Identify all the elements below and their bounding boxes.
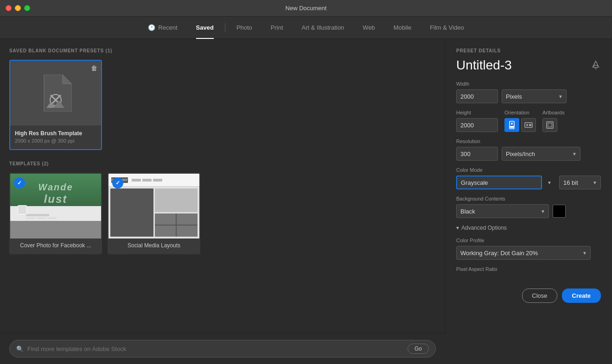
- width-unit-select[interactable]: Pixels Inches Centimeters Millimeters: [502, 89, 567, 103]
- minimize-window-button[interactable]: [15, 5, 21, 11]
- pixel-aspect-label: Pixel Aspect Ratio: [456, 266, 601, 272]
- traffic-lights: [6, 5, 30, 11]
- portrait-icon: [509, 121, 515, 129]
- height-input[interactable]: [456, 118, 498, 132]
- color-mode-select[interactable]: Bitmap Grayscale RGB Color CMYK Color La…: [456, 176, 542, 189]
- sm-block-1: [110, 188, 153, 237]
- svg-rect-9: [510, 126, 514, 128]
- bg-contents-row: White Black Background Color Transparent…: [456, 204, 601, 218]
- tab-recent[interactable]: 🕐 Recent: [139, 17, 186, 39]
- artboards-button[interactable]: [542, 118, 557, 132]
- bg-contents-select[interactable]: White Black Background Color Transparent…: [456, 204, 549, 218]
- bg-contents-label: Background Contents: [456, 196, 601, 201]
- bit-depth-select[interactable]: 8 bit 16 bit 32 bit: [559, 176, 601, 189]
- width-label: Width: [456, 81, 601, 87]
- check-badge-social: ✓: [112, 177, 123, 188]
- tab-film-video[interactable]: Film & Video: [421, 17, 473, 39]
- left-panel: SAVED BLANK DOCUMENT PRESETS (1) 🗑: [0, 39, 445, 364]
- portrait-button[interactable]: [504, 118, 519, 132]
- artboards-group: Artboards: [542, 103, 565, 132]
- width-input[interactable]: [456, 89, 498, 103]
- artboards-label: Artboards: [542, 110, 565, 115]
- svg-rect-5: [594, 65, 598, 68]
- bit-depth-select-wrap: 8 bit 16 bit 32 bit ▼: [559, 176, 601, 189]
- preset-details-label: PRESET DETAILS: [456, 48, 601, 53]
- color-profile-label: Color Profile: [456, 238, 601, 243]
- chevron-down-icon-adv: ▾: [456, 225, 459, 231]
- tab-saved[interactable]: Saved: [187, 17, 223, 39]
- chevron-down-icon-cm: ▼: [547, 180, 552, 185]
- resolution-input[interactable]: [456, 147, 498, 161]
- clock-icon: 🕐: [148, 24, 155, 31]
- bg-contents-select-wrap: White Black Background Color Transparent…: [456, 204, 549, 218]
- fb-profile-pic: [18, 205, 27, 214]
- preset-thumbnail: 🗑: [10, 61, 101, 126]
- search-input[interactable]: [27, 345, 404, 352]
- svg-point-11: [526, 124, 528, 126]
- check-badge-fb: ✓: [14, 177, 25, 188]
- search-icon: 🔍: [16, 345, 24, 352]
- templates-section: TEMPLATES (2) ✓ f Ho: [9, 161, 435, 254]
- svg-point-8: [511, 123, 513, 125]
- background-color-swatch[interactable]: [553, 205, 566, 218]
- svg-rect-14: [548, 123, 552, 127]
- fb-profile-area: [10, 206, 101, 221]
- template-card-social[interactable]: ✓ COMPANY: [108, 173, 200, 254]
- advanced-options-toggle[interactable]: ▾ Advanced Options: [456, 225, 601, 231]
- action-buttons: Close Create: [456, 281, 601, 303]
- width-row: Pixels Inches Centimeters Millimeters ▼: [456, 89, 601, 103]
- left-panel-wrap: SAVED BLANK DOCUMENT PRESETS (1) 🗑: [0, 39, 445, 364]
- color-mode-select-wrap: Bitmap Grayscale RGB Color CMYK Color La…: [456, 176, 555, 189]
- search-bar-wrap: 🔍 Go: [0, 333, 445, 364]
- width-unit-select-wrap: Pixels Inches Centimeters Millimeters ▼: [502, 89, 567, 103]
- fb-cover-thumbnail: ✓ f Home Friends Wandelust: [10, 174, 101, 238]
- template-card-facebook[interactable]: ✓ f Home Friends Wandelust: [9, 173, 102, 254]
- title-bar: New Document: [0, 0, 612, 17]
- search-bar: 🔍 Go: [9, 340, 436, 358]
- resolution-unit-select[interactable]: Pixels/Inch Pixels/Centimeter: [502, 147, 580, 161]
- sm-body: [108, 187, 199, 238]
- advanced-section: ▾ Advanced Options Color Profile Working…: [456, 225, 601, 272]
- delete-preset-icon[interactable]: 🗑: [91, 64, 97, 72]
- resolution-unit-select-wrap: Pixels/Inch Pixels/Centimeter ▼: [502, 147, 580, 161]
- color-profile-select-wrap: Working Gray: Dot Gain 20% ▼: [456, 246, 591, 260]
- landscape-button[interactable]: [521, 118, 536, 132]
- templates-grid: ✓ f Home Friends Wandelust: [9, 173, 435, 254]
- orientation-buttons: [504, 118, 536, 132]
- templates-header: TEMPLATES (2): [9, 161, 435, 166]
- orientation-label: Orientation: [504, 110, 536, 115]
- resolution-row: Pixels/Inch Pixels/Centimeter ▼: [456, 147, 601, 161]
- orientation-group: Orientation: [504, 103, 536, 132]
- tab-print[interactable]: Print: [261, 17, 293, 39]
- tab-divider: [225, 23, 225, 32]
- main-layout: SAVED BLANK DOCUMENT PRESETS (1) 🗑: [0, 39, 612, 364]
- saved-presets-header: SAVED BLANK DOCUMENT PRESETS (1): [9, 48, 435, 53]
- svg-rect-12: [529, 124, 531, 126]
- tab-photo[interactable]: Photo: [227, 17, 261, 39]
- close-window-button[interactable]: [6, 5, 12, 11]
- create-button[interactable]: Create: [562, 289, 601, 303]
- fb-profile-info: [26, 214, 97, 219]
- sm-block-2: [155, 188, 198, 212]
- maximize-window-button[interactable]: [24, 5, 30, 11]
- go-button[interactable]: Go: [408, 344, 429, 354]
- preset-title-row: Untitled-3: [456, 58, 601, 73]
- fb-cover-image: Wandelust: [10, 174, 101, 206]
- color-profile-select[interactable]: Working Gray: Dot Gain 20%: [456, 246, 591, 260]
- landscape-icon: [524, 122, 533, 128]
- hoa-row: Height Orientation: [456, 103, 601, 132]
- preset-card-high-res[interactable]: 🗑: [9, 60, 102, 150]
- height-label: Height: [456, 110, 498, 115]
- artboard-icon: [546, 121, 554, 129]
- social-thumbnail: ✓ COMPANY: [108, 174, 199, 238]
- color-mode-label: Color Mode: [456, 167, 601, 173]
- right-panel: PRESET DETAILS Untitled-3 Width Pixels I…: [445, 39, 612, 364]
- tab-web[interactable]: Web: [353, 17, 384, 39]
- preset-title: Untitled-3: [456, 58, 512, 73]
- tab-mobile[interactable]: Mobile: [384, 17, 421, 39]
- close-button[interactable]: Close: [522, 289, 557, 303]
- save-preset-icon[interactable]: [591, 59, 601, 72]
- tab-art-illustration[interactable]: Art & Illustration: [293, 17, 354, 39]
- saved-presets-section: SAVED BLANK DOCUMENT PRESETS (1) 🗑: [9, 48, 435, 150]
- file-icon: [39, 75, 72, 112]
